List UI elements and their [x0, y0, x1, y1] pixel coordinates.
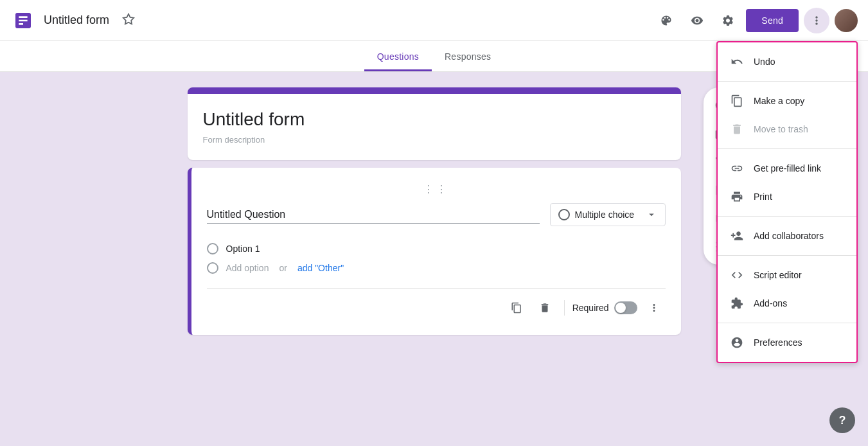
pre-filled-label: Get pre-filled link [754, 163, 821, 174]
question-type-label: Multiple choice [575, 210, 641, 220]
form-title-header: Untitled form [44, 13, 109, 27]
add-option-radio [207, 262, 218, 274]
question-card: ⋮⋮ Multiple choice Option 1 Add option [188, 168, 681, 335]
menu-divider-5 [718, 323, 856, 323]
menu-pre-filled[interactable]: Get pre-filled link [718, 154, 856, 183]
collaborators-label: Add collaborators [754, 231, 824, 241]
add-option-row: Add option or add "Other" [207, 258, 666, 278]
script-editor-label: Script editor [754, 270, 802, 280]
menu-preferences[interactable]: Preferences [718, 328, 856, 357]
undo-label: Undo [754, 57, 775, 67]
make-copy-label: Make a copy [754, 96, 804, 106]
addons-label: Add-ons [754, 298, 787, 308]
option-1-radio [207, 243, 218, 254]
code-icon [731, 269, 743, 281]
add-option-label[interactable]: Add option [226, 263, 269, 273]
question-type-select[interactable]: Multiple choice [550, 203, 666, 226]
help-button[interactable]: ? [829, 407, 855, 433]
required-section: Required [572, 301, 637, 314]
add-other-link[interactable]: add "Other" [297, 263, 344, 273]
link-icon [731, 162, 743, 175]
trash-icon [731, 123, 743, 136]
menu-divider-4 [718, 255, 856, 256]
menu-collaborators[interactable]: Add collaborators [718, 222, 856, 250]
form-description[interactable]: Form description [203, 135, 666, 145]
option-1-row: Option 1 [207, 239, 666, 258]
footer-divider [564, 300, 565, 316]
question-more-button[interactable] [642, 296, 666, 319]
send-button[interactable]: Send [746, 9, 799, 32]
preferences-label: Preferences [754, 337, 802, 348]
menu-divider-2 [718, 148, 856, 149]
user-avatar[interactable] [835, 9, 858, 32]
drag-handle: ⋮⋮ [207, 183, 666, 195]
preferences-icon [731, 336, 743, 349]
app-icon [10, 8, 36, 33]
palette-button[interactable] [653, 8, 679, 33]
or-connector: or [279, 263, 287, 273]
menu-addons[interactable]: Add-ons [718, 289, 856, 317]
menu-divider-1 [718, 81, 856, 82]
addons-icon [731, 297, 743, 310]
dropdown-menu: Undo Make a copy Move to trash Get pre-f… [716, 41, 858, 363]
menu-undo[interactable]: Undo [718, 48, 856, 76]
more-options-button[interactable] [804, 8, 829, 33]
menu-script-editor[interactable]: Script editor [718, 261, 856, 289]
required-toggle[interactable] [614, 301, 637, 314]
question-top: Multiple choice [207, 203, 666, 226]
menu-print[interactable]: Print [718, 183, 856, 211]
undo-icon [731, 55, 743, 68]
menu-divider-3 [718, 216, 856, 217]
header-right: Send [653, 8, 858, 33]
delete-question-button[interactable] [533, 296, 556, 319]
question-title-input[interactable] [207, 206, 540, 224]
copy-icon [731, 94, 743, 107]
form-header-card: Untitled form Form description [188, 87, 681, 160]
required-label: Required [572, 303, 609, 313]
form-header-title: Untitled form [203, 109, 666, 130]
question-footer: Required [207, 288, 666, 319]
tab-responses[interactable]: Responses [432, 44, 504, 71]
settings-button[interactable] [715, 8, 741, 33]
preview-button[interactable] [684, 8, 710, 33]
collaborators-icon [731, 229, 743, 242]
print-label: Print [754, 192, 772, 202]
star-icon[interactable] [117, 8, 140, 33]
app-header: Untitled form Send [0, 0, 868, 41]
svg-marker-0 [123, 13, 134, 24]
tab-questions[interactable]: Questions [364, 44, 432, 71]
menu-make-copy[interactable]: Make a copy [718, 87, 856, 115]
chevron-down-icon [646, 209, 657, 220]
menu-move-trash[interactable]: Move to trash [718, 115, 856, 143]
header-left: Untitled form [10, 8, 653, 33]
radio-icon [558, 209, 570, 220]
print-icon [731, 190, 743, 203]
move-trash-label: Move to trash [754, 124, 808, 134]
duplicate-question-button[interactable] [505, 296, 528, 319]
option-1-label: Option 1 [226, 244, 260, 254]
